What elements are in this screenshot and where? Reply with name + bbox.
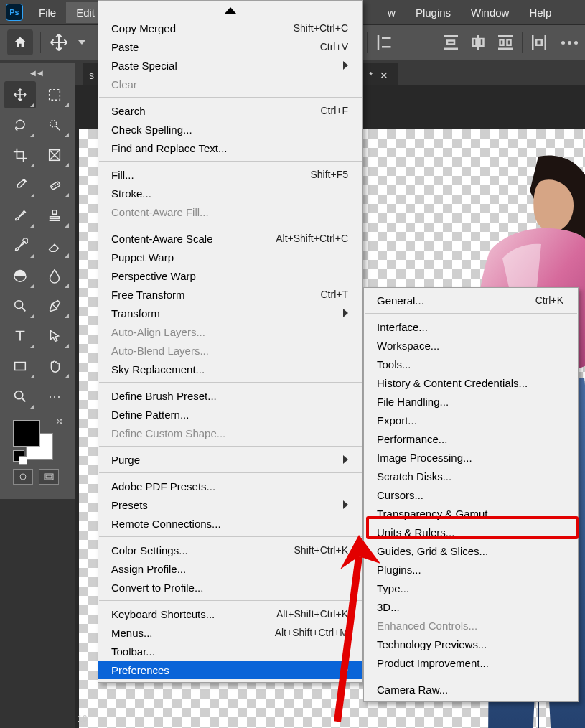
distribute-top-icon[interactable] [440, 32, 462, 53]
menu-item-copy-merged[interactable]: Copy MergedShift+Ctrl+C [98, 19, 362, 37]
pref-product-improvement[interactable]: Product Improvement... [364, 653, 578, 672]
blur-tool[interactable] [39, 262, 70, 289]
standard-mode[interactable] [13, 469, 33, 485]
pref-plugins[interactable]: Plugins... [364, 560, 578, 579]
path-select-tool[interactable] [39, 322, 70, 350]
more-options-icon[interactable] [561, 41, 578, 45]
menu-file[interactable]: File [29, 2, 66, 23]
pref-interface[interactable]: Interface... [364, 317, 578, 336]
menu-item-define-pattern[interactable]: Define Pattern... [98, 405, 362, 424]
menu-scroll-up-icon[interactable] [98, 4, 362, 19]
menu-item-perspective-warp[interactable]: Perspective Warp [98, 266, 362, 285]
zoom-tool[interactable] [4, 383, 36, 410]
marquee-tool[interactable] [39, 81, 70, 108]
menu-item-adobe-pdf-presets[interactable]: Adobe PDF Presets... [98, 477, 362, 495]
type-tool[interactable] [4, 322, 36, 350]
menu-item-puppet-warp[interactable]: Puppet Warp [98, 248, 362, 266]
menu-item-define-shape: Define Custom Shape... [98, 424, 362, 442]
pref-tools[interactable]: Tools... [364, 355, 578, 373]
dodge-tool[interactable] [4, 292, 36, 319]
pref-guides-grid[interactable]: Guides, Grid & Slices... [364, 541, 578, 560]
svg-rect-0 [50, 90, 60, 101]
distribute-vcenter-icon[interactable] [467, 32, 489, 53]
close-icon[interactable]: ✕ [380, 70, 388, 81]
document-tab-fragment[interactable]: * ✕ [359, 63, 398, 88]
edit-toolbar[interactable]: ⋯ [39, 383, 70, 410]
menu-item-keyboard-shortcuts[interactable]: Keyboard Shortcuts...Alt+Shift+Ctrl+K [98, 605, 362, 623]
menu-item-transform[interactable]: Transform [98, 304, 362, 322]
pref-image-processing[interactable]: Image Processing... [364, 448, 578, 467]
pref-scratch-disks[interactable]: Scratch Disks... [364, 467, 578, 485]
submenu-arrow-icon [343, 455, 348, 464]
menu-window[interactable]: Window [461, 2, 519, 23]
pref-tech-previews[interactable]: Technology Previews... [364, 635, 578, 653]
menu-item-search[interactable]: SearchCtrl+F [98, 101, 362, 120]
menu-item-sky-replacement[interactable]: Sky Replacement... [98, 360, 362, 378]
pref-export[interactable]: Export... [364, 411, 578, 429]
menu-item-assign-profile[interactable]: Assign Profile... [98, 559, 362, 578]
menu-item-preferences[interactable]: Preferences [98, 661, 362, 679]
menu-item-paste-special[interactable]: Paste Special [98, 56, 362, 75]
pref-camera-raw[interactable]: Camera Raw... [364, 680, 578, 699]
edit-menu-dropdown: Copy MergedShift+Ctrl+C PasteCtrl+V Past… [98, 0, 363, 683]
menu-item-auto-blend: Auto-Blend Layers... [98, 341, 362, 360]
lasso-tool[interactable] [4, 111, 36, 139]
menu-item-fill[interactable]: Fill...Shift+F5 [98, 165, 362, 184]
menu-item-define-brush[interactable]: Define Brush Preset... [98, 386, 362, 405]
menu-view-partial[interactable]: w [378, 2, 406, 23]
home-button[interactable] [7, 29, 33, 55]
menu-item-purge[interactable]: Purge [98, 450, 362, 469]
menu-item-menus[interactable]: Menus...Alt+Shift+Ctrl+M [98, 623, 362, 642]
menu-item-content-aware-scale[interactable]: Content-Aware ScaleAlt+Shift+Ctrl+C [98, 229, 362, 248]
pref-history[interactable]: History & Content Credentials... [364, 373, 578, 392]
eraser-tool[interactable] [39, 232, 70, 259]
pref-type[interactable]: Type... [364, 579, 578, 597]
rectangle-tool[interactable] [4, 353, 36, 380]
pref-workspace[interactable]: Workspace... [364, 336, 578, 355]
move-tool[interactable] [4, 81, 36, 108]
gradient-tool[interactable] [4, 262, 36, 289]
distribute-hspace-icon[interactable] [528, 32, 550, 53]
pref-transparency-gamut[interactable]: Transparency & Gamut... [364, 504, 578, 523]
menu-item-paste[interactable]: PasteCtrl+V [98, 37, 362, 56]
screen-mode[interactable] [39, 469, 59, 485]
distribute-bottom-icon[interactable] [495, 32, 516, 53]
move-tool-icon[interactable] [48, 32, 70, 53]
stamp-tool[interactable] [39, 202, 70, 229]
menu-item-free-transform[interactable]: Free TransformCtrl+T [98, 285, 362, 304]
toolbox-collapse-icon[interactable]: ◀◀ [3, 67, 72, 81]
pref-cursors[interactable]: Cursors... [364, 485, 578, 504]
history-brush-tool[interactable] [4, 232, 36, 259]
menu-help[interactable]: Help [519, 2, 561, 23]
menu-item-presets[interactable]: Presets [98, 495, 362, 514]
pen-tool[interactable] [39, 292, 70, 319]
pref-3d[interactable]: 3D... [364, 597, 578, 616]
menu-item-color-settings[interactable]: Color Settings...Shift+Ctrl+K [98, 541, 362, 559]
menu-item-toolbar[interactable]: Toolbar... [98, 642, 362, 661]
healing-tool[interactable] [39, 172, 70, 199]
pref-units-rulers[interactable]: Units & Rulers... [364, 523, 578, 541]
color-swatches[interactable]: ⤭ [10, 417, 62, 463]
quick-select-tool[interactable] [39, 111, 70, 139]
menu-plugins[interactable]: Plugins [406, 2, 461, 23]
submenu-arrow-icon [343, 309, 348, 317]
svg-point-4 [52, 186, 53, 187]
pref-file-handling[interactable]: File Handling... [364, 392, 578, 411]
brush-tool[interactable] [4, 202, 36, 229]
crop-tool[interactable] [4, 141, 36, 169]
menu-item-stroke[interactable]: Stroke... [98, 184, 362, 202]
pref-general[interactable]: General...Ctrl+K [364, 291, 578, 309]
foreground-color[interactable] [13, 420, 40, 447]
menu-item-remote-connections[interactable]: Remote Connections... [98, 514, 362, 533]
align-left-icon[interactable] [375, 32, 396, 53]
pref-performance[interactable]: Performance... [364, 429, 578, 448]
menu-item-find-replace[interactable]: Find and Replace Text... [98, 139, 362, 157]
dropdown-icon[interactable] [77, 32, 87, 53]
svg-point-6 [57, 183, 59, 185]
eyedropper-tool[interactable] [4, 172, 36, 199]
swap-colors-icon[interactable]: ⤭ [55, 416, 63, 426]
frame-tool[interactable] [39, 141, 70, 169]
hand-tool[interactable] [39, 353, 70, 380]
menu-item-convert-profile[interactable]: Convert to Profile... [98, 578, 362, 597]
menu-item-check-spelling[interactable]: Check Spelling... [98, 120, 362, 139]
